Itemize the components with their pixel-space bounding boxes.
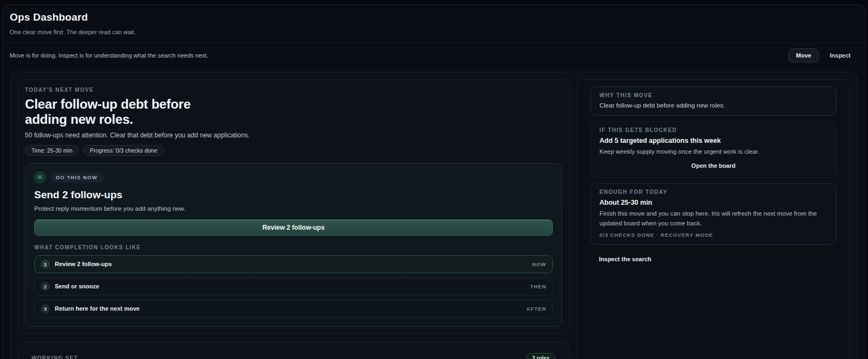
step-label: Return here for the next move	[55, 305, 521, 312]
roles-count-badge: 3 roles	[526, 353, 556, 359]
next-move-chips: Time: 25-30 min Progress: 0/3 checks don…	[25, 145, 562, 156]
envelope-icon: ✉	[34, 172, 46, 183]
step-when-label: NOW	[532, 261, 546, 267]
app-window: Ops Dashboard One clear move first. The …	[2, 4, 866, 359]
enough-for-today-card: ENOUGH FOR TODAY About 25-30 min Finish …	[590, 183, 837, 245]
context-sidebar: WHY THIS MOVE Clear follow-up debt befor…	[577, 79, 850, 359]
do-this-now-card: ✉ DO THIS NOW Send 2 follow-ups Protect …	[25, 163, 562, 327]
toolbar: Move is for doing. Inspect is for unders…	[3, 43, 865, 68]
step-label: Review 2 follow-ups	[55, 261, 527, 267]
main-panel: TODAY'S NEXT MOVE Clear follow-up debt b…	[10, 72, 858, 359]
move-tab-button[interactable]: Move	[788, 48, 819, 62]
page-title: Ops Dashboard	[10, 11, 858, 23]
why-this-move-card: WHY THIS MOVE Clear follow-up debt befor…	[590, 86, 837, 116]
why-kicker: WHY THIS MOVE	[599, 92, 827, 98]
working-set-header: WORKING SET 3 roles	[31, 353, 556, 359]
step-number-badge: 2	[41, 282, 50, 291]
step-number-badge: 1	[41, 260, 50, 269]
next-move-title: Clear follow-up debt before adding new r…	[25, 97, 562, 127]
step-when-label: THEN	[530, 284, 546, 289]
next-move-description: 50 follow-ups need attention. Clear that…	[25, 131, 562, 139]
left-column: TODAY'S NEXT MOVE Clear follow-up debt b…	[18, 79, 569, 359]
completion-steps: 1 Review 2 follow-ups NOW 2 Send or snoo…	[34, 255, 553, 318]
do-this-now-description: Protect reply momentum before you add an…	[34, 205, 553, 212]
step-label: Send or snooze	[55, 283, 525, 289]
blocked-title: Add 5 targeted applications this week	[599, 137, 827, 144]
enough-kicker: ENOUGH FOR TODAY	[599, 189, 827, 195]
open-board-button[interactable]: Open the board	[688, 162, 738, 169]
step-number-badge: 3	[41, 304, 50, 313]
working-set-card: WORKING SET 3 roles The roles in this fo…	[18, 342, 569, 359]
blocked-text: Keep weekly supply moving once the urgen…	[599, 147, 827, 156]
page-subtitle: One clear move first. The deeper read ca…	[10, 29, 858, 35]
completion-step-row: 2 Send or snooze THEN	[34, 278, 553, 295]
completion-step-row: 1 Review 2 follow-ups NOW	[34, 255, 553, 273]
review-followups-button[interactable]: Review 2 follow-ups	[34, 219, 553, 236]
progress-chip: Progress: 0/3 checks done	[83, 145, 163, 156]
time-chip: Time: 25-30 min	[25, 145, 79, 156]
do-this-now-badge: DO THIS NOW	[50, 172, 104, 182]
next-move-kicker: TODAY'S NEXT MOVE	[25, 87, 562, 93]
do-this-now-title: Send 2 follow-ups	[34, 189, 553, 201]
inspect-search-button[interactable]: Inspect the search	[590, 253, 660, 266]
working-set-kicker: WORKING SET	[31, 355, 78, 359]
why-text: Clear follow-up debt before adding new r…	[599, 102, 827, 109]
completion-step-row: 3 Return here for the next move AFTER	[34, 300, 553, 318]
completion-kicker: WHAT COMPLETION LOOKS LIKE	[34, 244, 553, 250]
next-move-title-line2: adding new roles.	[25, 112, 133, 127]
enough-text: Finish this move and you can stop here. …	[599, 209, 827, 228]
completion-section: WHAT COMPLETION LOOKS LIKE 1 Review 2 fo…	[34, 244, 553, 318]
toolbar-hint: Move is for doing. Inspect is for unders…	[10, 52, 208, 59]
next-move-card: TODAY'S NEXT MOVE Clear follow-up debt b…	[18, 79, 569, 334]
enough-title: About 25-30 min	[599, 199, 827, 206]
do-this-now-header: ✉ DO THIS NOW	[34, 172, 553, 183]
next-move-title-line1: Clear follow-up debt before	[25, 97, 190, 111]
blocked-kicker: IF THIS GETS BLOCKED	[599, 127, 827, 133]
app-header: Ops Dashboard One clear move first. The …	[3, 5, 865, 43]
mode-toggle-group: Move Inspect	[788, 48, 858, 62]
checks-status-label: 0/3 CHECKS DONE · RECOVERY MODE	[599, 232, 827, 238]
inspect-tab-button[interactable]: Inspect	[822, 48, 858, 62]
step-when-label: AFTER	[526, 306, 546, 312]
if-blocked-card: IF THIS GETS BLOCKED Add 5 targeted appl…	[590, 121, 837, 178]
